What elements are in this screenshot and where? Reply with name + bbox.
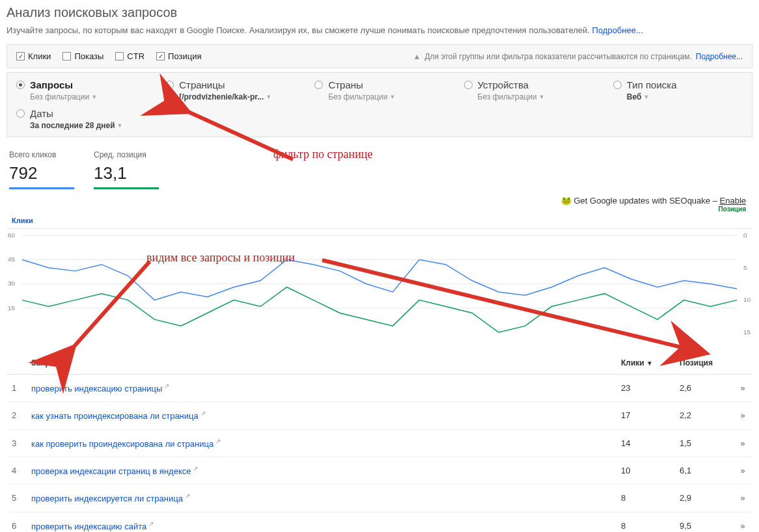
row-index: 1	[7, 375, 26, 402]
row-position: 2,9	[674, 485, 733, 512]
table-row: 2как узнать проиндексирована ли страница…	[7, 402, 752, 429]
page-title: Анализ поисковых запросов	[7, 5, 752, 20]
filter-queries[interactable]: Запросы Без фильтрации▼	[16, 79, 146, 101]
metric-position[interactable]: Позиция	[156, 51, 201, 61]
radio-icon	[16, 81, 25, 89]
table-row: 4проверка индексации страниц в яндексе↗1…	[7, 457, 752, 484]
query-link[interactable]: проверка индексации страниц в яндексе	[31, 466, 191, 476]
chevron-down-icon: ▼	[266, 94, 271, 100]
row-index: 6	[7, 512, 26, 532]
chevron-down-icon: ▼	[117, 122, 123, 129]
row-clicks: 17	[616, 402, 674, 429]
metric-clicks[interactable]: Клики	[16, 51, 51, 61]
chevron-down-icon: ▼	[539, 94, 545, 100]
row-query: как узнать проиндексирована ли страница↗	[26, 402, 616, 429]
metric-impressions[interactable]: Показы	[62, 51, 104, 61]
row-query: проверить индексацию сайта↗	[26, 512, 616, 532]
warning-icon: ▲	[413, 52, 421, 61]
query-link[interactable]: проверить индексацию сайта	[31, 522, 146, 531]
annotation-filter: фильтр по странице	[273, 148, 372, 161]
row-expand[interactable]: »	[733, 429, 752, 457]
sort-desc-icon: ▼	[646, 360, 653, 367]
row-query: как проверить проиндексирована ли страни…	[26, 429, 616, 457]
row-query: проверить индексируется ли страница↗	[26, 485, 616, 512]
chevron-down-icon: ▼	[91, 94, 97, 100]
th-position[interactable]: Позиция	[674, 352, 733, 375]
svg-text:30: 30	[8, 280, 16, 287]
svg-text:10: 10	[743, 296, 751, 303]
external-link-icon[interactable]: ↗	[215, 438, 221, 445]
chevron-down-icon: ▼	[643, 94, 649, 100]
row-query: проверка индексации страниц в яндексе↗	[26, 457, 616, 484]
metrics-note: ▲ Для этой группы или фильтра показатели…	[413, 52, 743, 61]
table-row: 6проверить индексацию сайта↗89,5»	[7, 512, 752, 532]
metrics-panel: Клики Показы CTR Позиция ▲ Для этой груп…	[7, 44, 752, 68]
query-link[interactable]: как проверить проиндексирована ли страни…	[31, 439, 214, 449]
chevron-down-icon: ▼	[390, 94, 396, 100]
annotation-queries: видим все запросы и позиции	[146, 251, 295, 265]
row-expand[interactable]: »	[733, 375, 752, 402]
query-link[interactable]: проверить индексируется ли страница	[31, 494, 183, 504]
th-queries[interactable]: Запросы	[26, 352, 616, 375]
table-row: 1проверить индексацию страницы↗232,6»	[7, 375, 752, 402]
th-clicks[interactable]: Клики ▼	[616, 352, 674, 375]
external-link-icon[interactable]: ↗	[164, 382, 169, 390]
radio-icon	[165, 81, 174, 89]
row-position: 6,1	[674, 457, 733, 484]
svg-text:60: 60	[8, 232, 16, 239]
stats-row: Всего кликов 792 Сред. позиция 13,1 филь…	[7, 141, 752, 193]
row-index: 2	[7, 402, 26, 429]
row-clicks: 23	[616, 375, 674, 402]
metrics-note-link[interactable]: Подробнее...	[696, 52, 743, 61]
chart: видим все запросы и позиции 60453015 051…	[7, 228, 752, 339]
seoquake-enable[interactable]: Enable	[720, 196, 746, 206]
row-expand[interactable]: »	[733, 485, 752, 512]
filter-searchtype[interactable]: Тип поиска Веб▼	[613, 79, 743, 101]
row-index: 5	[7, 485, 26, 512]
svg-text:15: 15	[743, 328, 751, 336]
row-index: 3	[7, 429, 26, 457]
external-link-icon[interactable]: ↗	[200, 410, 206, 417]
svg-text:45: 45	[8, 256, 16, 263]
radio-icon	[16, 109, 25, 118]
row-position: 2,6	[674, 375, 733, 402]
row-expand[interactable]: »	[733, 402, 752, 429]
filter-pages[interactable]: Страницы [/prodvizhenie/kak-pr...▼	[165, 79, 295, 101]
row-position: 1,5	[674, 429, 733, 457]
filter-devices[interactable]: Устройства Без фильтрации▼	[464, 79, 594, 101]
row-expand[interactable]: »	[733, 512, 752, 532]
radio-icon	[464, 81, 473, 89]
queries-table: Запросы Клики ▼ Позиция 1проверить индек…	[7, 352, 752, 532]
row-clicks: 8	[616, 485, 674, 512]
metric-ctr[interactable]: CTR	[115, 51, 145, 61]
filter-dates[interactable]: Даты За последние 28 дней▼	[16, 108, 146, 130]
svg-text:15: 15	[8, 304, 16, 312]
query-link[interactable]: проверить индексацию страницы	[31, 384, 162, 393]
stat-clicks: Всего кликов 792	[9, 150, 74, 189]
svg-text:5: 5	[743, 264, 747, 271]
row-query: проверить индексацию страницы↗	[26, 375, 616, 402]
subtitle: Изучайте запросы, по которым вас находят…	[7, 25, 752, 35]
more-link[interactable]: Подробнее...	[592, 25, 643, 35]
filters-panel: Запросы Без фильтрации▼ Страницы [/prodv…	[7, 72, 752, 137]
seoquake-icon: 🐸	[561, 196, 572, 206]
row-position: 2,2	[674, 402, 733, 429]
chart-svg: 60453015 051015	[7, 229, 752, 339]
external-link-icon[interactable]: ↗	[148, 520, 154, 527]
row-clicks: 10	[616, 457, 674, 484]
seoquake-banner: 🐸 Get Google updates with SEOquake – Ena…	[7, 193, 752, 215]
row-expand[interactable]: »	[733, 457, 752, 484]
query-link[interactable]: как узнать проиндексирована ли страница	[31, 412, 199, 421]
stat-position: Сред. позиция 13,1	[94, 150, 159, 189]
table-row: 5проверить индексируется ли страница↗82,…	[7, 485, 752, 512]
external-link-icon[interactable]: ↗	[193, 465, 198, 472]
filter-countries[interactable]: Страны Без фильтрации▼	[314, 79, 444, 101]
radio-icon	[613, 81, 622, 89]
row-clicks: 8	[616, 512, 674, 532]
external-link-icon[interactable]: ↗	[185, 492, 190, 499]
chart-legend-clicks: Клики	[9, 215, 755, 226]
radio-icon	[314, 81, 323, 89]
row-index: 4	[7, 457, 26, 484]
row-clicks: 14	[616, 429, 674, 457]
row-position: 9,5	[674, 512, 733, 532]
